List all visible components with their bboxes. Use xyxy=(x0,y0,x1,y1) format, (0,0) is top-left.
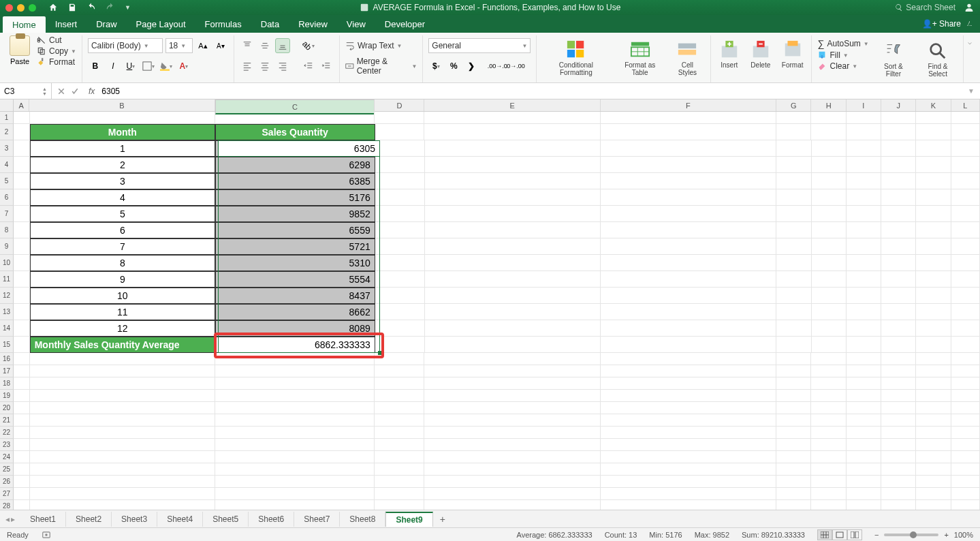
tab-draw[interactable]: Draw xyxy=(86,15,126,33)
add-sheet-button[interactable]: + xyxy=(433,514,452,525)
row-header-25[interactable]: 25 xyxy=(0,463,14,476)
row-header-23[interactable]: 23 xyxy=(0,439,14,451)
cut-button[interactable]: Cut xyxy=(37,35,76,45)
col-header-I[interactable]: I xyxy=(847,99,881,111)
tab-insert[interactable]: Insert xyxy=(46,15,87,33)
clear-button[interactable]: Clear ▼ xyxy=(817,61,868,71)
select-all-corner[interactable] xyxy=(0,99,14,111)
col-header-G[interactable]: G xyxy=(776,99,811,111)
row-header-7[interactable]: 7 xyxy=(0,206,14,222)
row-header-13[interactable]: 13 xyxy=(0,304,14,320)
decrease-indent-icon[interactable] xyxy=(301,59,316,74)
sheet-nav-first-icon[interactable]: ◂ xyxy=(5,514,10,524)
normal-view-icon[interactable] xyxy=(817,529,832,540)
sheet-tab-sheet5[interactable]: Sheet5 xyxy=(203,512,249,527)
cell-month-7[interactable]: 7 xyxy=(30,238,215,255)
cell-month-10[interactable]: 10 xyxy=(30,288,215,304)
header-sales-qty[interactable]: Sales Quantity xyxy=(215,124,375,140)
cell-month-5[interactable]: 5 xyxy=(30,206,215,222)
user-icon[interactable] xyxy=(964,2,975,13)
col-header-E[interactable]: E xyxy=(424,99,600,111)
row-header-10[interactable]: 10 xyxy=(0,255,14,271)
row-header-6[interactable]: 6 xyxy=(0,189,14,206)
copy-button[interactable]: Copy ▼ xyxy=(37,46,76,56)
align-middle-icon[interactable] xyxy=(257,38,272,53)
maximize-window-icon[interactable] xyxy=(29,4,36,12)
ribbon-collapse-icon[interactable]: ⌵ xyxy=(968,38,972,46)
active-cell[interactable]: 6305 xyxy=(218,140,380,157)
find-select-button[interactable]: Find & Select xyxy=(918,35,958,82)
col-header-J[interactable]: J xyxy=(881,99,916,111)
fill-button[interactable]: Fill ▼ xyxy=(817,50,868,60)
formula-bar-expand-icon[interactable]: ▼ xyxy=(968,87,980,95)
sort-filter-button[interactable]: Sort & Filter xyxy=(876,35,911,82)
minimize-window-icon[interactable] xyxy=(17,4,25,12)
zoom-in-icon[interactable]: + xyxy=(944,531,948,539)
underline-button[interactable]: U▾ xyxy=(123,59,138,74)
name-box[interactable]: C3▲▼ xyxy=(0,83,52,99)
font-size-select[interactable]: 18▼ xyxy=(165,38,193,53)
row-header-5[interactable]: 5 xyxy=(0,173,14,189)
close-window-icon[interactable] xyxy=(5,4,13,12)
zoom-control[interactable]: − + 100% xyxy=(874,531,973,539)
accept-formula-icon[interactable] xyxy=(71,87,79,95)
bold-button[interactable]: B xyxy=(88,59,103,74)
sheet-nav-last-icon[interactable]: ▸ xyxy=(11,514,15,524)
sheet-tab-sheet7[interactable]: Sheet7 xyxy=(294,512,340,527)
row-header-11[interactable]: 11 xyxy=(0,271,14,288)
row-header-28[interactable]: 28 xyxy=(0,500,14,510)
collapse-ribbon-icon[interactable]: ㄥ xyxy=(966,19,973,29)
row-header-9[interactable]: 9 xyxy=(0,238,14,255)
qat-dropdown-icon[interactable]: ▼ xyxy=(125,4,131,11)
row-header-18[interactable]: 18 xyxy=(0,377,14,390)
format-painter-button[interactable]: Format xyxy=(37,57,76,67)
cell-month-4[interactable]: 4 xyxy=(30,189,215,206)
autosum-button[interactable]: ∑AutoSum ▼ xyxy=(817,38,868,49)
font-color-button[interactable]: A▾ xyxy=(176,59,191,74)
col-header-A[interactable]: A xyxy=(14,99,30,111)
tab-formulas[interactable]: Formulas xyxy=(195,15,251,33)
row-header-21[interactable]: 21 xyxy=(0,414,14,427)
sheet-tab-sheet6[interactable]: Sheet6 xyxy=(249,512,294,527)
sheet-tab-sheet1[interactable]: Sheet1 xyxy=(20,512,66,527)
share-button[interactable]: 👤+ Share xyxy=(922,19,961,29)
row-header-8[interactable]: 8 xyxy=(0,222,14,238)
tab-view[interactable]: View xyxy=(337,15,375,33)
cell-month-1[interactable]: 1 xyxy=(30,140,215,157)
page-break-view-icon[interactable] xyxy=(847,529,862,540)
fill-color-button[interactable]: ▾ xyxy=(159,59,174,74)
sheet-tab-sheet4[interactable]: Sheet4 xyxy=(157,512,203,527)
increase-font-icon[interactable]: A▴ xyxy=(195,38,210,53)
row-header-2[interactable]: 2 xyxy=(0,124,14,140)
header-month[interactable]: Month xyxy=(30,124,215,140)
footer-label[interactable]: Monthly Sales Quantity Average xyxy=(30,337,215,353)
decrease-font-icon[interactable]: A▾ xyxy=(213,38,228,53)
page-layout-view-icon[interactable] xyxy=(832,529,847,540)
col-header-B[interactable]: B xyxy=(29,99,215,111)
tab-data[interactable]: Data xyxy=(251,15,289,33)
cell-month-6[interactable]: 6 xyxy=(30,222,215,238)
fx-label[interactable]: fx xyxy=(84,87,99,96)
align-bottom-icon[interactable] xyxy=(275,38,290,53)
sheet-tab-sheet3[interactable]: Sheet3 xyxy=(112,512,157,527)
cell-month-2[interactable]: 2 xyxy=(30,157,215,173)
cell-month-3[interactable]: 3 xyxy=(30,173,215,189)
increase-decimal-icon[interactable]: .00→.0 xyxy=(490,59,505,74)
conditional-formatting-button[interactable]: Conditional Formatting xyxy=(542,38,610,78)
tab-review[interactable]: Review xyxy=(289,15,337,33)
zoom-out-icon[interactable]: − xyxy=(874,531,879,539)
macro-recorder-icon[interactable] xyxy=(41,530,52,540)
percent-format-icon[interactable]: % xyxy=(446,59,461,74)
wrap-text-button[interactable]: Wrap Text ▼ xyxy=(345,41,402,50)
row-header-27[interactable]: 27 xyxy=(0,488,14,500)
border-button[interactable]: ▾ xyxy=(141,59,156,74)
align-center-icon[interactable] xyxy=(257,59,272,74)
tab-developer[interactable]: Developer xyxy=(375,15,434,33)
cell-styles-button[interactable]: Cell Styles xyxy=(670,38,705,78)
tab-page-layout[interactable]: Page Layout xyxy=(127,15,195,33)
number-format-select[interactable]: General▼ xyxy=(428,38,531,53)
row-header-19[interactable]: 19 xyxy=(0,390,14,402)
font-name-select[interactable]: Calibri (Body)▼ xyxy=(88,38,163,53)
undo-icon[interactable] xyxy=(86,3,96,12)
row-header-17[interactable]: 17 xyxy=(0,365,14,377)
